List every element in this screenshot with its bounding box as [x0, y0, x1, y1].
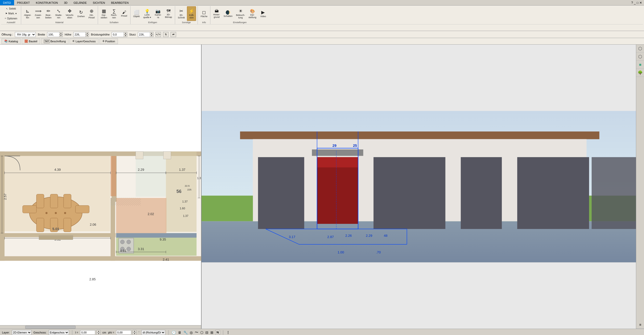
phi-input[interactable]: [116, 330, 131, 335]
tool-zuweisen[interactable]: ⟹ Zuwei-sen: [34, 6, 43, 21]
l-input[interactable]: [80, 330, 95, 335]
bruestung-input[interactable]: [112, 32, 124, 37]
sturz-label: Sturz: [129, 33, 136, 36]
menu-bearbeiten[interactable]: BEARBEITEN: [108, 0, 132, 5]
svg-rect-16: [23, 206, 37, 213]
screen-icon[interactable]: 🖥: [178, 330, 181, 334]
toolbar-group-einfuegen: ⬜ Objekt 💡 Licht-quelle ▾ 📷 Kame-ra 🗺 3D…: [131, 6, 175, 24]
tool-beleuchtung[interactable]: ☀ Beleuch-tung: [235, 6, 246, 21]
tool-flaeche[interactable]: ◻ Fläche: [199, 6, 209, 21]
beschriftung-btn[interactable]: TXT Beschriftung: [41, 39, 69, 44]
tool-video[interactable]: ▶ Video: [259, 6, 268, 21]
tool-selekt[interactable]: ↖ Selekt: [3, 7, 19, 11]
breite-down[interactable]: ▼: [59, 35, 63, 37]
maximize-icon[interactable]: □: [637, 1, 638, 5]
dl-select[interactable]: dl (Richtung/Di: [141, 330, 165, 335]
svg-text:2.26: 2.26: [345, 234, 352, 238]
tool-verschieben[interactable]: ✥ Verschi-eben: [65, 6, 75, 21]
polygon-icon[interactable]: ⬡: [200, 330, 203, 334]
toolbar-group-auswahl: ↖ Selekt ⚑ Mark. ▾ + Optionen Auswahl: [1, 6, 21, 24]
degree-symbol: °: [138, 331, 139, 334]
sturz-down[interactable]: ▼: [150, 35, 153, 37]
svg-text:1.37: 1.37: [182, 200, 187, 203]
breite-up[interactable]: ▲: [59, 32, 63, 35]
n-btn[interactable]: N: [215, 330, 220, 335]
geschoss-select[interactable]: Erdgeschos: [49, 330, 69, 335]
path-icon[interactable]: 〜: [195, 330, 198, 335]
hoehe-down[interactable]: ▼: [85, 35, 89, 37]
svg-text:5.01: 5.01: [52, 227, 59, 231]
floorplan-scrollbar[interactable]: [0, 325, 201, 329]
svg-rect-64: [136, 151, 143, 159]
tool-rechnen[interactable]: ∑ Rech-nen: [110, 6, 119, 21]
minimize-icon[interactable]: _: [634, 1, 636, 5]
svg-rect-13: [37, 218, 44, 232]
svg-rect-33: [116, 198, 166, 233]
tool-bear[interactable]: ✏ Bear-beiten: [44, 6, 53, 21]
flip-v-btn[interactable]: ⇄: [171, 32, 176, 37]
opening-dropdown[interactable]: RH 1flg. gr: [15, 32, 36, 37]
tool-hin-pinsel[interactable]: ⊕ Hin.Pinsel: [87, 6, 96, 21]
sturz-input[interactable]: [138, 32, 150, 37]
lasso-icon[interactable]: ◎: [190, 330, 193, 334]
position-btn[interactable]: ✛ Position: [100, 39, 118, 44]
menu-projekt[interactable]: PROJEKT: [14, 0, 33, 5]
bruestung-up[interactable]: ▲: [124, 32, 127, 35]
tool-drehen[interactable]: ↻ Drehen: [76, 6, 86, 21]
sturz-up[interactable]: ▲: [150, 32, 153, 35]
bruestung-down[interactable]: ▼: [124, 35, 127, 37]
panel-btn-3[interactable]: ■: [636, 61, 644, 69]
menu-sichten[interactable]: SICHTEN: [90, 0, 108, 5]
panel-btn-4[interactable]: 🌳: [636, 69, 644, 77]
tool-kollision[interactable]: ⚡ Kolli-sion: [187, 6, 196, 21]
tool-3dbitmap[interactable]: 🗺 3D-Bitmap: [164, 6, 173, 21]
tool-licht[interactable]: 💡 Licht-quelle ▾: [142, 6, 153, 21]
tool-kamera[interactable]: 📷 Kame-ra: [153, 6, 163, 21]
more-btn[interactable]: ⋮: [226, 330, 230, 334]
3d-view[interactable]: 29 25 3.17 2.87 2.26 2.29 48 1.00 .70 ⬡ …: [202, 45, 644, 329]
menu-3d[interactable]: 3D: [61, 0, 71, 5]
layer-btn[interactable]: ⚟ Layer/Geschoss: [70, 39, 98, 44]
tool-darstellung[interactable]: 🎨 Dar-stellung: [247, 6, 257, 21]
tool-mark[interactable]: ⚑ Mark. ▾: [3, 11, 19, 16]
code-icon-btn[interactable]: </>: [155, 32, 161, 37]
panel-btn-2[interactable]: ⬡: [636, 53, 644, 61]
panel-btn-1[interactable]: ⬡: [636, 45, 644, 53]
tool-skalie[interactable]: ⤡ Skalie-ren: [54, 6, 63, 21]
l-up[interactable]: ▲: [97, 330, 100, 332]
layers-icon2[interactable]: ⊟: [205, 330, 208, 334]
menu-gelaende[interactable]: GELÄNDE: [71, 0, 90, 5]
svg-point-27: [127, 247, 131, 251]
tool-objekt[interactable]: ⬜ Objekt: [132, 6, 141, 21]
tool-3dschnitt[interactable]: ✂ 3D-Schnitt: [177, 6, 186, 21]
panel-btn-bottom[interactable]: ≡: [636, 321, 644, 329]
grid-icon[interactable]: ⊞: [210, 330, 213, 334]
katalog-btn[interactable]: 📚 Katalog: [2, 39, 21, 44]
breite-input[interactable]: [47, 32, 60, 37]
flip-h-btn[interactable]: ⇅: [163, 32, 169, 37]
hoehe-up[interactable]: ▲: [85, 32, 89, 35]
cut3d-icon: ✂: [179, 8, 183, 14]
menu-konstruktion[interactable]: KONSTRUKTION: [33, 0, 61, 5]
hoehe-input[interactable]: [73, 32, 86, 37]
close-icon[interactable]: ✕: [639, 1, 642, 5]
tool-abgreifen[interactable]: ⊾ Abgrei-fen: [23, 6, 33, 21]
clock-icon[interactable]: 🕐: [172, 330, 176, 334]
tool-darstellen[interactable]: ▦ Dar-stellen: [100, 6, 109, 21]
bauteil-btn[interactable]: 🧱 Bauteil: [22, 39, 40, 44]
layer-select[interactable]: 2D-Elemen: [12, 330, 31, 335]
tool-schatten2[interactable]: 🌒 Schatten: [222, 6, 234, 21]
tool-optionen[interactable]: + Optionen: [3, 16, 19, 21]
floorplan-view[interactable]: 56: [0, 45, 202, 329]
svg-text:1.37: 1.37: [179, 168, 185, 172]
phi-down[interactable]: ▼: [133, 332, 136, 335]
object-icon: ⬜: [134, 10, 139, 15]
l-down[interactable]: ▼: [97, 332, 100, 335]
settings-icon[interactable]: 🔧: [183, 330, 188, 334]
tool-hintergrund[interactable]: 🏔 Hinter-grund: [212, 6, 221, 21]
menu-datei[interactable]: DATEI: [0, 0, 14, 5]
button-bar: 📚 Katalog 🧱 Bauteil TXT Beschriftung ⚟ L…: [0, 38, 644, 45]
tool-pinsel[interactable]: 🖌 Pinsel: [120, 6, 129, 21]
help-icon[interactable]: ?: [631, 1, 633, 5]
phi-up[interactable]: ▲: [133, 330, 136, 332]
